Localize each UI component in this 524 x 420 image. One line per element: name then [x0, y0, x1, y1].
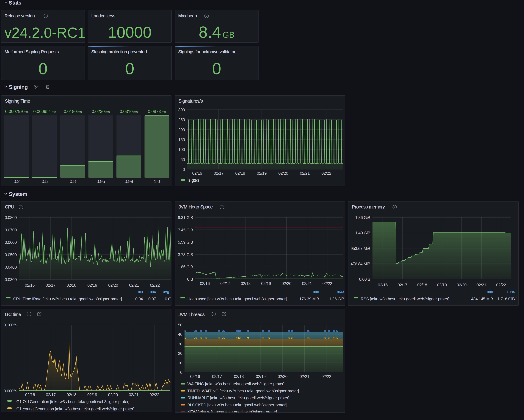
svg-text:1.718 GiB: 1.718 GiB: [498, 297, 515, 301]
svg-text:0: 0: [212, 60, 221, 78]
svg-text:9.31 GiB: 9.31 GiB: [178, 215, 193, 220]
svg-text:1.26 GiB: 1.26 GiB: [329, 297, 344, 301]
svg-text:0.0310ms: 0.0310ms: [120, 109, 138, 114]
svg-text:02/19: 02/19: [87, 392, 97, 397]
svg-text:G1 Young Generation [teku-w3s-: G1 Young Generation [teku-w3s-besu-teku-…: [16, 406, 134, 411]
svg-text:02/19: 02/19: [437, 283, 447, 287]
svg-text:0.000951ms: 0.000951ms: [33, 109, 56, 114]
svg-text:max: max: [507, 289, 515, 294]
svg-text:Stats: Stats: [9, 0, 21, 6]
svg-text:02/21: 02/21: [476, 283, 486, 287]
svg-text:20: 20: [178, 351, 182, 356]
svg-text:Signing Time: Signing Time: [5, 98, 30, 103]
svg-text:10000: 10000: [108, 23, 151, 41]
svg-text:1.0: 1.0: [154, 179, 160, 184]
svg-text:max: max: [148, 289, 156, 294]
svg-text:min: min: [137, 289, 143, 294]
svg-text:476.84 MiB: 476.84 MiB: [350, 262, 370, 266]
svg-text:Signing: Signing: [9, 84, 28, 90]
svg-text:0: 0: [180, 370, 182, 375]
svg-text:02/19: 02/19: [257, 171, 267, 176]
svg-text:0.0700: 0.0700: [5, 228, 17, 232]
svg-text:RUNNABLE [teku-w3s-besu-teku-g: RUNNABLE [teku-w3s-besu-teku-goerli-web3…: [187, 395, 289, 400]
svg-text:02/22: 02/22: [321, 171, 331, 176]
svg-text:0.000%: 0.000%: [4, 389, 17, 393]
svg-text:7.45 GiB: 7.45 GiB: [178, 228, 193, 232]
svg-text:02/22: 02/22: [150, 283, 160, 288]
svg-text:WAITING [teku-w3s-besu-teku-go: WAITING [teku-w3s-besu-teku-goerli-web3s…: [187, 382, 284, 386]
svg-text:02/18: 02/18: [67, 283, 76, 288]
svg-text:0.0400: 0.0400: [5, 265, 17, 270]
svg-text:50: 50: [180, 157, 185, 162]
svg-text:min: min: [313, 289, 319, 294]
svg-text:0.100%: 0.100%: [4, 323, 17, 327]
svg-text:0: 0: [38, 60, 48, 78]
svg-text:02/21: 02/21: [129, 283, 139, 288]
svg-text:Signatures/s: Signatures/s: [179, 98, 203, 103]
svg-text:Loaded keys: Loaded keys: [91, 13, 115, 18]
svg-text:02/20: 02/20: [108, 392, 118, 397]
svg-text:0.8: 0.8: [70, 179, 76, 184]
svg-text:250: 250: [178, 117, 185, 122]
svg-text:RSS [teku-w3s-besu-teku-goerli: RSS [teku-w3s-besu-teku-goerli-web3signe…: [361, 297, 449, 301]
svg-text:1.40 GiB: 1.40 GiB: [355, 231, 370, 235]
svg-text:02/20: 02/20: [457, 283, 466, 287]
svg-text:TIMED_WAITING [teku-w3s-besu-t: TIMED_WAITING [teku-w3s-besu-teku-goerli…: [187, 389, 299, 393]
svg-text:Release version: Release version: [5, 13, 35, 18]
svg-text:02/21: 02/21: [129, 392, 139, 397]
svg-text:0.0800: 0.0800: [5, 215, 17, 220]
svg-text:sigs/s: sigs/s: [188, 178, 200, 183]
svg-text:max: max: [337, 289, 344, 294]
svg-text:02/18: 02/18: [234, 374, 244, 379]
svg-text:0.5: 0.5: [42, 179, 48, 184]
svg-text:02/20: 02/20: [108, 283, 118, 288]
svg-text:02/18: 02/18: [67, 392, 76, 397]
svg-text:avg: avg: [163, 289, 169, 294]
svg-text:02/16: 02/16: [192, 171, 202, 176]
svg-text:min: min: [487, 289, 493, 294]
svg-text:02/18: 02/18: [417, 283, 427, 287]
svg-text:150: 150: [178, 137, 185, 142]
svg-text:02/17: 02/17: [46, 283, 55, 288]
svg-text:02/19: 02/19: [87, 283, 97, 288]
svg-text:System: System: [9, 191, 27, 197]
svg-text:0.07: 0.07: [165, 297, 171, 301]
svg-text:02/20: 02/20: [282, 281, 291, 286]
svg-text:02/17: 02/17: [212, 374, 222, 379]
svg-text:484.145 MiB: 484.145 MiB: [471, 297, 493, 301]
svg-text:02/16: 02/16: [190, 374, 200, 379]
svg-text:02/20: 02/20: [278, 374, 288, 379]
svg-text:200: 200: [178, 127, 185, 132]
svg-text:02/19: 02/19: [261, 281, 271, 286]
svg-text:CPU: CPU: [5, 204, 14, 209]
svg-text:JVM Threads: JVM Threads: [179, 312, 204, 317]
svg-text:Heap used [teku-w3s-besu-teku-: Heap used [teku-w3s-besu-teku-goerli-web…: [187, 297, 287, 301]
svg-text:0.00 B: 0.00 B: [359, 277, 370, 282]
svg-text:30: 30: [178, 342, 182, 346]
svg-text:10: 10: [178, 361, 182, 365]
svg-text:0.95: 0.95: [96, 179, 105, 184]
svg-text:02/22: 02/22: [321, 374, 331, 379]
svg-text:02/18: 02/18: [235, 171, 245, 176]
svg-text:1.86 GiB: 1.86 GiB: [355, 215, 370, 220]
svg-text:Slashing protection prevented: Slashing protection prevented ...: [91, 49, 151, 54]
svg-text:0: 0: [183, 167, 185, 172]
svg-text:02/22: 02/22: [496, 283, 506, 287]
svg-text:02/17: 02/17: [214, 171, 224, 176]
svg-text:02/18: 02/18: [241, 281, 251, 286]
svg-text:0.0600: 0.0600: [5, 240, 17, 245]
svg-text:0.04: 0.04: [135, 297, 143, 301]
svg-text:02/16: 02/16: [200, 281, 210, 286]
svg-text:3.73 GiB: 3.73 GiB: [178, 252, 193, 257]
svg-text:02/16: 02/16: [25, 392, 35, 397]
svg-text:JVM Heap Space: JVM Heap Space: [179, 204, 213, 209]
svg-text:0.0230ms: 0.0230ms: [92, 109, 110, 114]
svg-text:02/21: 02/21: [300, 171, 310, 176]
svg-text:0.000799ms: 0.000799ms: [5, 109, 28, 114]
svg-text:1.86 GiB: 1.86 GiB: [178, 265, 193, 269]
svg-text:Malformed Signing Requests: Malformed Signing Requests: [5, 49, 59, 54]
svg-text:0.2: 0.2: [14, 179, 20, 184]
svg-text:02/20: 02/20: [278, 171, 288, 176]
svg-text:CPU Time IRate [teku-w3s-besu-: CPU Time IRate [teku-w3s-besu-teku-goerl…: [13, 297, 122, 301]
svg-text:953.67 MiB: 953.67 MiB: [350, 246, 370, 251]
